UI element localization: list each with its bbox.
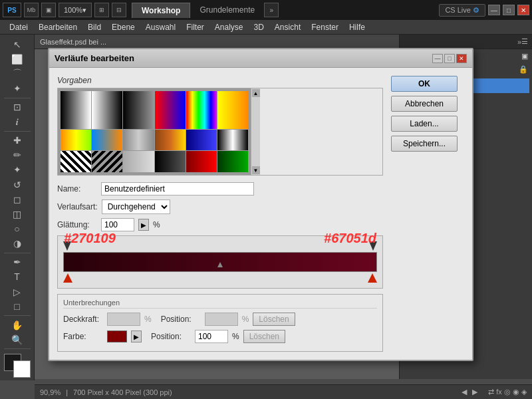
- menu-ebene[interactable]: Ebene: [106, 21, 140, 33]
- gradient-type-select[interactable]: Durchgehend: [102, 200, 170, 214]
- menu-ansicht[interactable]: Ansicht: [269, 21, 306, 33]
- nav-arrow-left[interactable]: ◀: [462, 388, 467, 396]
- dialog-close-btn[interactable]: ✕: [456, 54, 467, 63]
- tool-spot-heal[interactable]: ✚: [3, 134, 32, 148]
- preset-6[interactable]: [217, 91, 248, 129]
- status-divider: |: [66, 388, 68, 396]
- preset-8[interactable]: [92, 130, 122, 151]
- close-button[interactable]: ✕: [517, 5, 529, 15]
- title-bar-left: PS Mb ▣ 100%▾ ⊞ ⊟: [3, 3, 126, 17]
- tool-zoom[interactable]: 🔍: [3, 332, 32, 346]
- dialog-minimize-btn[interactable]: —: [432, 54, 443, 63]
- tool-dodge[interactable]: ◑: [3, 237, 32, 251]
- smoothness-input[interactable]: [101, 218, 134, 231]
- menu-bild[interactable]: Bild: [82, 21, 106, 33]
- annotation-right: #67051d: [324, 231, 376, 246]
- menu-datei[interactable]: Datei: [4, 21, 33, 33]
- opacity-delete-btn[interactable]: Löschen: [253, 313, 295, 326]
- preset-11[interactable]: [186, 130, 217, 151]
- cs-live-button[interactable]: CS Live ⚙: [439, 4, 485, 17]
- preset-16[interactable]: [155, 151, 186, 172]
- background-color[interactable]: [13, 360, 31, 378]
- more-tabs-icon[interactable]: »: [264, 3, 279, 17]
- photoshop-window: PS Mb ▣ 100%▾ ⊞ ⊟ Workshop Grundelemente…: [0, 0, 532, 399]
- color-arrow-btn[interactable]: ▶: [131, 331, 142, 342]
- tool-gradient[interactable]: ◫: [3, 207, 32, 221]
- color-swatch-preview[interactable]: [107, 331, 127, 342]
- preset-9[interactable]: [123, 130, 154, 151]
- preset-3[interactable]: [123, 91, 154, 129]
- preset-15[interactable]: [123, 151, 154, 172]
- menu-3d[interactable]: 3D: [249, 21, 269, 33]
- menu-filter[interactable]: Filter: [181, 21, 209, 33]
- tool-eyedropper[interactable]: 𝒊: [3, 115, 32, 129]
- menu-fenster[interactable]: Fenster: [306, 21, 344, 33]
- cancel-button[interactable]: Abbrechen: [391, 96, 458, 112]
- color-swatches[interactable]: [3, 354, 32, 378]
- color-stop-right[interactable]: [368, 273, 377, 283]
- tool-crop[interactable]: ⊡: [3, 100, 32, 114]
- menu-auswahl[interactable]: Auswahl: [140, 21, 181, 33]
- preset-17[interactable]: [186, 151, 217, 172]
- annotation-left: #270109: [64, 231, 116, 246]
- dialog-maximize-btn[interactable]: □: [444, 54, 455, 63]
- tool-blur[interactable]: ○: [3, 222, 32, 236]
- presets-label: Vorgaben: [57, 76, 383, 85]
- preset-4[interactable]: [155, 91, 186, 129]
- load-button[interactable]: Laden...: [391, 116, 458, 132]
- ps-logo: PS: [3, 3, 21, 17]
- tool-path-select[interactable]: ▷: [3, 285, 32, 299]
- gradient-midpoint[interactable]: [217, 262, 223, 267]
- preset-1[interactable]: [61, 91, 91, 129]
- dialog-titlebar: Verläufe bearbeiten — □ ✕: [49, 49, 472, 68]
- image-icon[interactable]: ▣: [41, 3, 56, 17]
- preset-scrollbar[interactable]: ▲ ▼: [251, 88, 260, 175]
- preset-2[interactable]: [92, 91, 122, 129]
- menu-bearbeiten[interactable]: Bearbeiten: [33, 21, 82, 33]
- tab-grundelemente[interactable]: Grundelemente: [190, 3, 264, 17]
- preset-5[interactable]: [186, 91, 217, 129]
- color-delete-btn[interactable]: Löschen: [243, 330, 285, 343]
- save-button[interactable]: Speichern...: [391, 136, 458, 152]
- ok-button[interactable]: OK: [391, 76, 458, 92]
- color-position-input[interactable]: [195, 330, 228, 343]
- arrange-icon[interactable]: ⊟: [112, 3, 126, 17]
- smoothness-stepper[interactable]: ▶: [138, 219, 149, 231]
- tool-pen[interactable]: ✒: [3, 255, 32, 269]
- preset-12[interactable]: [217, 130, 248, 151]
- position-int-input[interactable]: [205, 313, 238, 326]
- minimize-button[interactable]: —: [488, 5, 500, 15]
- tool-eraser[interactable]: ◻: [3, 192, 32, 206]
- gradient-bar[interactable]: [63, 252, 377, 272]
- cs-live-label: CS Live: [445, 6, 471, 14]
- menu-analyse[interactable]: Analyse: [209, 21, 249, 33]
- tool-lasso[interactable]: ⌒: [3, 66, 32, 80]
- preset-18[interactable]: [217, 151, 248, 172]
- tool-brush[interactable]: ✏: [3, 148, 32, 162]
- preset-14[interactable]: [92, 151, 122, 172]
- tool-type[interactable]: T: [3, 270, 32, 284]
- opacity-int-input[interactable]: [107, 313, 140, 326]
- tool-hand[interactable]: ✋: [3, 318, 32, 332]
- mb-icon[interactable]: Mb: [24, 3, 39, 17]
- tool-history[interactable]: ↺: [3, 178, 32, 192]
- interruptions-section: Unterbrechungen Deckkraft: % Position: %…: [57, 294, 383, 352]
- tool-move[interactable]: ↖: [3, 37, 32, 51]
- view-icon[interactable]: ⊞: [94, 3, 109, 17]
- color-stop-left[interactable]: [63, 273, 72, 283]
- zoom-display[interactable]: 100%▾: [59, 3, 92, 17]
- preset-10[interactable]: [155, 130, 186, 151]
- tab-workshop[interactable]: Workshop: [132, 3, 190, 18]
- name-input[interactable]: [101, 182, 254, 196]
- tool-clone[interactable]: ✦: [3, 163, 32, 177]
- tool-magic-wand[interactable]: ✦: [3, 81, 32, 95]
- position-int-label: Position:: [161, 315, 201, 324]
- tool-shape[interactable]: □: [3, 299, 32, 313]
- tool-select-rect[interactable]: ⬜: [3, 52, 32, 66]
- nav-arrow-right[interactable]: ▶: [472, 388, 477, 396]
- title-bar: PS Mb ▣ 100%▾ ⊞ ⊟ Workshop Grundelemente…: [0, 0, 532, 20]
- maximize-button[interactable]: □: [503, 5, 515, 15]
- preset-13[interactable]: [61, 151, 91, 172]
- preset-7[interactable]: [61, 130, 91, 151]
- menu-hilfe[interactable]: Hilfe: [344, 21, 370, 33]
